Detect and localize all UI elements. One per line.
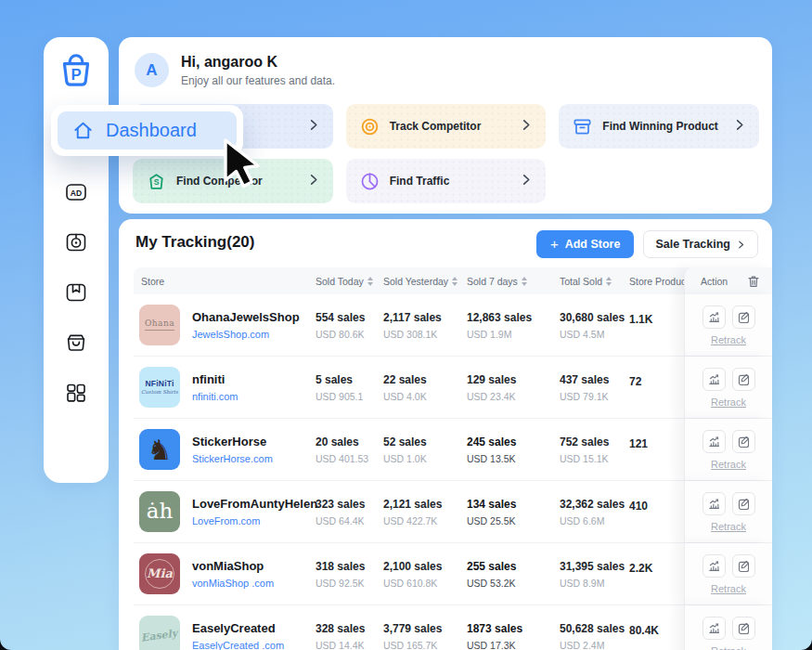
cell-store-products: 1.1K — [629, 294, 684, 356]
store-cell: Ohana OhanaJewelsShop JewelsShop.com — [134, 294, 316, 356]
greeting-title: Hi, angaroo K — [181, 54, 277, 71]
avatar[interactable]: A — [135, 53, 169, 87]
edit-button[interactable] — [732, 368, 755, 391]
analytics-chart-button[interactable] — [702, 617, 726, 640]
store-logo: Mia — [139, 553, 180, 594]
col-sold-yesterday[interactable]: Sold Yesterday — [383, 276, 467, 287]
retrack-link[interactable]: Retrack — [711, 334, 746, 345]
edit-icon — [738, 560, 750, 572]
greeting-subtitle: Enjoy all our features and data. — [181, 74, 335, 87]
ad-tool-icon[interactable]: AD — [64, 180, 88, 204]
store-domain-link[interactable]: EaselyCreated .com — [192, 640, 284, 650]
cell-store-products: 72 — [629, 357, 684, 418]
store-logo: ȧh — [139, 491, 180, 532]
cell-total-sold: 31,395 salesUSD 8.9M — [560, 543, 629, 604]
feature-card-label: Find Traffic — [390, 175, 450, 188]
dashboard-nav-popup: Dashboard — [51, 105, 243, 156]
analytics-chart-button[interactable] — [702, 306, 726, 329]
retrack-link[interactable]: Retrack — [711, 645, 746, 650]
svg-text:P: P — [71, 66, 82, 84]
store-name: vonMiaShop — [192, 559, 274, 574]
store-domain-link[interactable]: LoveFrom.com — [192, 515, 317, 526]
cell-sold-7-days: 12,863 salesUSD 1.9M — [467, 294, 560, 356]
edit-button[interactable] — [732, 492, 755, 515]
analytics-chart-button[interactable] — [702, 554, 726, 578]
store-logo-text: NFiNiTi — [146, 380, 174, 388]
store-logo: Easely — [139, 616, 180, 650]
edit-button[interactable] — [732, 430, 755, 453]
col-sold-7-days[interactable]: Sold 7 days — [467, 276, 560, 287]
cell-sold-yesterday: 2,117 salesUSD 308.1K — [383, 294, 467, 356]
cell-sold-today: 323 salesUSD 64.4K — [316, 481, 383, 542]
col-store-products[interactable]: Store Products — [629, 276, 684, 287]
product-target-icon[interactable] — [64, 230, 88, 254]
sort-icon — [452, 277, 458, 286]
analytics-chart-button[interactable] — [702, 430, 726, 453]
store-name: OhanaJewelsShop — [192, 310, 300, 325]
analytics-chart-button[interactable] — [702, 368, 726, 391]
saved-bookmark-icon[interactable] — [64, 280, 88, 305]
cell-action: Retrack — [684, 543, 772, 604]
store-bag-icon[interactable] — [64, 331, 88, 355]
chevron-right-icon — [310, 118, 320, 135]
store-name: StickerHorse — [192, 435, 273, 449]
chart-icon — [708, 622, 720, 634]
edit-icon — [738, 373, 750, 385]
store-domain-link[interactable]: JewelsShop.com — [192, 329, 300, 340]
feature-card-label: Find Winning Product — [602, 120, 718, 133]
edit-icon — [738, 436, 750, 448]
chevron-right-icon — [522, 173, 533, 189]
store-name: EaselyCreated — [192, 621, 284, 636]
app-window: P Tools AD — [0, 0, 812, 650]
retrack-link[interactable]: Retrack — [711, 396, 746, 408]
edit-button[interactable] — [732, 617, 755, 640]
chart-icon — [708, 436, 720, 448]
store-domain-link[interactable]: StickerHorse.com — [192, 453, 273, 464]
store-logo: Ohana — [139, 305, 180, 345]
store-logo-text: Ohana — [145, 319, 174, 332]
home-icon — [72, 120, 94, 141]
cell-sold-today: 554 salesUSD 80.6K — [316, 294, 383, 356]
apps-grid-icon[interactable] — [64, 381, 88, 405]
chevron-right-icon — [738, 240, 746, 250]
my-tracking-card: My Tracking(20) + Add Store Sale Trackin… — [119, 219, 772, 650]
table-row: Ohana OhanaJewelsShop JewelsShop.com 554… — [134, 294, 772, 357]
store-cell: ȧh LoveFromAuntyHelen LoveFrom.com — [134, 481, 316, 542]
feature-card-find-competitor[interactable]: S Find Competitor — [133, 159, 333, 203]
chart-icon — [708, 498, 720, 510]
store-domain-link[interactable]: nfiniti.com — [192, 391, 238, 402]
store-domain-link[interactable]: vonMiaShop .com — [192, 578, 274, 589]
retrack-link[interactable]: Retrack — [711, 521, 746, 532]
edit-icon — [738, 498, 750, 510]
dashboard-nav-item[interactable]: Dashboard — [58, 111, 237, 150]
sort-icon — [522, 277, 527, 286]
store-logo-text: Easely — [141, 628, 179, 644]
feature-card-find-winning-product[interactable]: Find Winning Product — [559, 104, 759, 149]
edit-button[interactable] — [732, 306, 755, 329]
store-logo-subtext: Custom Shirts — [141, 389, 178, 395]
retrack-link[interactable]: Retrack — [711, 459, 746, 470]
cell-sold-7-days: 1873 salesUSD 17.3K — [467, 605, 560, 650]
add-store-button[interactable]: + Add Store — [536, 230, 635, 258]
table-row: ♞ StickerHorse StickerHorse.com 20 sales… — [134, 419, 772, 481]
col-total-sold[interactable]: Total Sold — [560, 276, 629, 287]
feature-card-track-competitor[interactable]: Track Competitor — [346, 104, 547, 149]
cell-action: Retrack — [684, 419, 772, 480]
table-header: Store Sold Today Sold Yesterday Sold 7 d… — [134, 267, 772, 294]
feature-card-label: Find Competitor — [176, 175, 263, 188]
col-sold-today[interactable]: Sold Today — [316, 276, 383, 287]
retrack-link[interactable]: Retrack — [711, 583, 746, 594]
edit-button[interactable] — [732, 554, 755, 578]
cell-sold-yesterday: 3,779 salesUSD 165.7K — [383, 605, 467, 650]
trash-icon[interactable] — [747, 275, 760, 288]
sale-tracking-button[interactable]: Sale Tracking — [643, 230, 758, 258]
app-logo-icon[interactable]: P — [56, 50, 97, 91]
table-row: ȧh LoveFromAuntyHelen LoveFrom.com 323 s… — [134, 481, 772, 543]
analytics-chart-button[interactable] — [702, 492, 726, 515]
cell-sold-7-days: 255 salesUSD 53.2K — [467, 543, 560, 604]
col-store[interactable]: Store — [134, 276, 316, 287]
store-logo: NFiNiTi Custom Shirts — [139, 367, 180, 408]
feature-card-find-traffic[interactable]: Find Traffic — [346, 159, 547, 203]
cell-sold-today: 20 salesUSD 401.53 — [316, 419, 383, 480]
table-row: NFiNiTi Custom Shirts nfiniti nfiniti.co… — [134, 357, 772, 419]
